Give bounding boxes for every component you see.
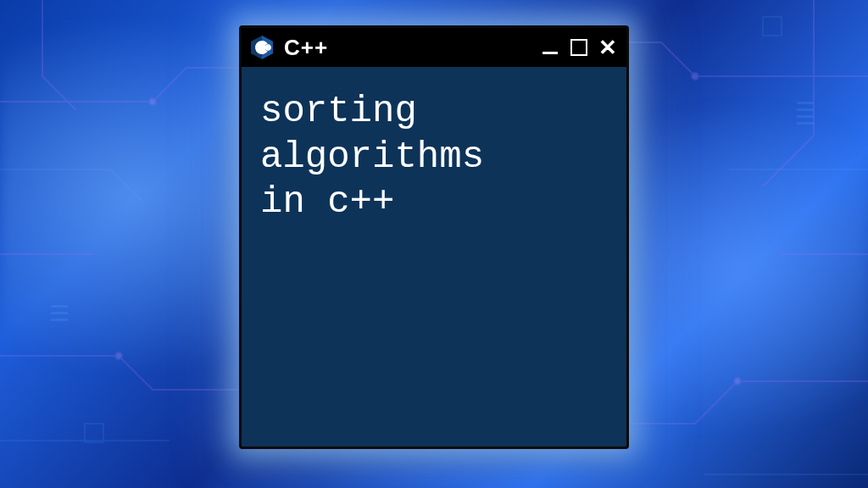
svg-rect-10 — [51, 305, 68, 308]
svg-point-0 — [149, 98, 156, 105]
svg-rect-18 — [268, 47, 271, 48]
close-button[interactable]: ✕ — [598, 37, 618, 58]
svg-rect-9 — [797, 122, 814, 125]
cpp-logo-icon — [248, 34, 275, 61]
svg-rect-5 — [85, 424, 103, 442]
titlebar[interactable]: C++ ✕ — [242, 28, 626, 67]
svg-rect-6 — [797, 102, 814, 104]
minimize-button[interactable] — [540, 37, 560, 58]
svg-rect-16 — [264, 47, 267, 48]
svg-rect-7 — [797, 108, 814, 111]
maximize-button[interactable] — [569, 37, 589, 58]
svg-point-1 — [692, 73, 698, 80]
application-window: C++ ✕ sorting algorithms in c++ — [239, 25, 629, 449]
window-controls: ✕ — [540, 37, 618, 58]
window-content-area: sorting algorithms in c++ — [242, 67, 626, 446]
svg-rect-4 — [763, 17, 782, 36]
window-title: C++ — [284, 35, 328, 61]
svg-rect-12 — [51, 319, 68, 321]
svg-rect-11 — [51, 312, 68, 314]
content-text: sorting algorithms in c++ — [260, 89, 608, 225]
svg-point-3 — [734, 378, 741, 385]
svg-point-2 — [115, 352, 122, 359]
svg-rect-8 — [797, 115, 814, 118]
